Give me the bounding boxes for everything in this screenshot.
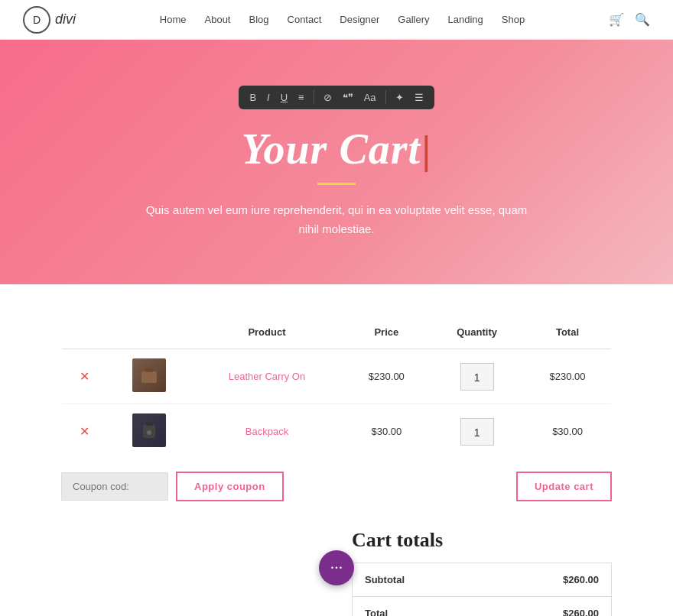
bold-button[interactable]: B: [246, 90, 259, 105]
hero-section: B I U ≡ ⊘ ❝❞ Aa ✦ ☰ Your Cart Quis autem…: [0, 40, 673, 284]
remove-item-button[interactable]: ✕: [80, 425, 89, 438]
italic-button[interactable]: I: [264, 90, 273, 105]
table-row: ✕ Backpack $30.00 1 $30.00: [62, 404, 612, 459]
special-button[interactable]: ✦: [392, 90, 407, 105]
coupon-row: Apply coupon Update cart: [61, 459, 612, 514]
totals-box: Cart totals Subtotal $260.00 Total $260.…: [352, 529, 612, 616]
product-link-2[interactable]: Backpack: [245, 426, 288, 437]
hero-underline: [317, 183, 356, 185]
svg-rect-0: [141, 371, 157, 383]
total-cell-2: $30.00: [524, 404, 611, 459]
product-name-cell: Backpack: [190, 404, 343, 459]
update-cart-button[interactable]: Update cart: [516, 472, 612, 501]
nav-blog[interactable]: Blog: [249, 14, 268, 25]
nav-about[interactable]: About: [205, 14, 231, 25]
table-header-row: Product Price Quantity Total: [62, 316, 612, 349]
subtotal-label: Subtotal: [353, 563, 486, 597]
svg-point-4: [147, 430, 151, 435]
toolbar-divider2: [385, 90, 386, 104]
thumb-image: [132, 413, 166, 447]
quantity-input-2[interactable]: 1: [460, 418, 494, 446]
coupon-input[interactable]: [61, 472, 168, 501]
font-button[interactable]: Aa: [361, 90, 379, 105]
nav-icons: 🛒 🔍: [609, 12, 650, 27]
logo[interactable]: D divi: [23, 6, 76, 34]
product-name-cell: Leather Carry On: [190, 349, 343, 404]
thumb-cell: [108, 349, 191, 404]
nav-landing[interactable]: Landing: [448, 14, 483, 25]
apply-coupon-button[interactable]: Apply coupon: [176, 472, 284, 501]
product-link-1[interactable]: Leather Carry On: [229, 371, 305, 382]
col-image: [108, 316, 191, 349]
totals-table: Subtotal $260.00 Total $260.00: [352, 563, 612, 616]
list-button[interactable]: ☰: [411, 90, 427, 105]
subtotal-value: $260.00: [486, 563, 611, 597]
thumb-cell: [108, 404, 191, 459]
navbar: D divi Home About Blog Contact Designer …: [0, 0, 673, 40]
qty-cell-2: 1: [430, 404, 524, 459]
logo-text: divi: [55, 11, 76, 28]
qty-cell-1: 1: [430, 349, 524, 404]
fab-button[interactable]: ···: [319, 550, 354, 585]
cart-table: Product Price Quantity Total ✕: [61, 315, 612, 459]
table-row: ✕ Leather Carry On $230.00 1 $230.00: [62, 349, 612, 404]
total-value: $260.00: [486, 597, 611, 617]
product-thumbnail: [132, 413, 166, 447]
totals-row: Total $260.00: [353, 597, 612, 617]
price-cell-2: $30.00: [343, 404, 431, 459]
total-label: Total: [353, 597, 486, 617]
nav-designer[interactable]: Designer: [340, 14, 379, 25]
nav-links: Home About Blog Contact Designer Gallery…: [160, 14, 525, 25]
underline-button[interactable]: U: [278, 90, 291, 105]
nav-shop[interactable]: Shop: [502, 14, 525, 25]
col-remove: [62, 316, 108, 349]
totals-row: Subtotal $260.00: [353, 563, 612, 597]
col-quantity: Quantity: [430, 316, 524, 349]
thumb-image: [132, 358, 166, 392]
quote-button[interactable]: ❝❞: [340, 90, 356, 105]
svg-rect-1: [145, 368, 153, 372]
search-icon[interactable]: 🔍: [635, 12, 650, 27]
remove-cell: ✕: [62, 404, 108, 459]
product-thumbnail: [132, 358, 166, 392]
price-cell-1: $230.00: [343, 349, 431, 404]
col-total: Total: [524, 316, 611, 349]
remove-cell: ✕: [62, 349, 108, 404]
remove-item-button[interactable]: ✕: [80, 370, 89, 383]
hero-subtitle: Quis autem vel eum iure reprehenderit, q…: [145, 200, 528, 239]
col-price: Price: [343, 316, 431, 349]
nav-gallery[interactable]: Gallery: [398, 14, 429, 25]
totals-title: Cart totals: [352, 529, 612, 552]
svg-rect-3: [145, 422, 153, 426]
cart-icon[interactable]: 🛒: [609, 12, 624, 27]
align-button[interactable]: ≡: [295, 90, 307, 105]
strike-button[interactable]: ⊘: [320, 90, 335, 105]
quantity-input-1[interactable]: 1: [460, 363, 494, 391]
logo-icon: D: [23, 6, 50, 34]
nav-home[interactable]: Home: [160, 14, 187, 25]
total-cell-1: $230.00: [524, 349, 611, 404]
toolbar-divider: [314, 90, 314, 104]
page-title: Your Cart: [241, 125, 431, 173]
fab-icon: ···: [330, 558, 343, 578]
text-toolbar: B I U ≡ ⊘ ❝❞ Aa ✦ ☰: [239, 86, 434, 109]
col-product: Product: [190, 316, 343, 349]
nav-contact[interactable]: Contact: [288, 14, 322, 25]
